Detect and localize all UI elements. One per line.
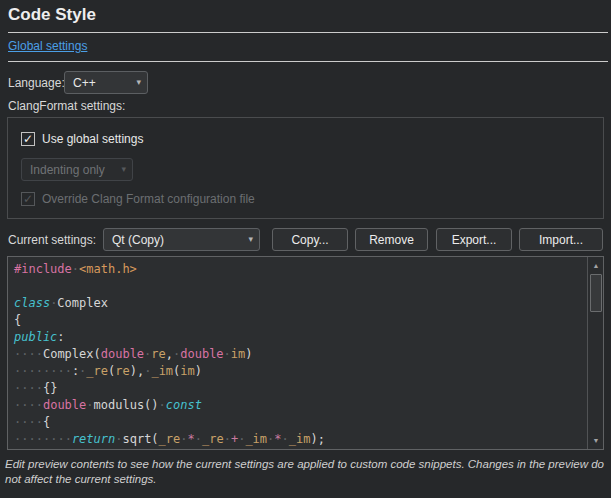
chevron-down-icon: ▾ (121, 165, 126, 174)
code-token: ) (245, 347, 252, 361)
code-token: _im (289, 432, 311, 446)
whitespace-dot: · (36, 415, 43, 429)
whitespace-dot: · (36, 432, 43, 446)
code-token: public (14, 330, 57, 344)
code-line: public: (14, 329, 585, 346)
whitespace-dot: · (57, 432, 64, 446)
override-config-label: Override Clang Format configuration file (42, 192, 255, 206)
code-token: , (166, 347, 173, 361)
chevron-down-icon: ▾ (248, 235, 253, 244)
code-token: const (166, 398, 202, 412)
whitespace-dot: · (57, 364, 64, 378)
code-line: ····Complex(double·re,·double·im) (14, 346, 585, 363)
code-line: ····double·modulus()·const (14, 397, 585, 414)
clangformat-mode-value: Indenting only (30, 163, 105, 177)
whitespace-dot: · (28, 398, 35, 412)
language-label: Language: (8, 76, 65, 90)
use-global-settings-checkbox[interactable]: ✓ (21, 132, 35, 146)
code-token: ); (310, 432, 324, 446)
page-title: Code Style (8, 5, 96, 25)
checkmark-icon: ✓ (23, 193, 33, 205)
code-line: ····{} (14, 380, 585, 397)
editor-vertical-scrollbar[interactable]: ▲ ▼ (587, 257, 603, 449)
code-line: { (14, 312, 585, 329)
code-token: class (14, 296, 50, 310)
code-preview-editor[interactable]: #include·<math.h> class·Complex{public:·… (7, 256, 604, 450)
code-token: { (14, 313, 21, 327)
code-token: im (231, 347, 245, 361)
whitespace-dot: · (28, 347, 35, 361)
language-select[interactable]: C++ ▾ (64, 71, 148, 94)
code-token: double (180, 347, 223, 361)
whitespace-dot: · (36, 398, 43, 412)
clangformat-mode-select: Indenting only ▾ (21, 158, 133, 181)
import-button[interactable]: Import... (519, 228, 603, 251)
checkmark-icon: ✓ (23, 133, 33, 145)
code-line: ········:·_re(re),·_im(im) (14, 363, 585, 380)
use-global-settings-checkbox-row[interactable]: ✓ Use global settings (21, 132, 143, 146)
whitespace-dot: · (28, 415, 35, 429)
export-button[interactable]: Export... (436, 228, 512, 251)
code-token: { (43, 415, 50, 429)
whitespace-dot: · (282, 432, 289, 446)
code-token: return (72, 432, 115, 446)
whitespace-dot: · (36, 381, 43, 395)
whitespace-dot: · (72, 262, 79, 276)
current-settings-value: Qt (Copy) (112, 233, 164, 247)
code-token: ), (130, 364, 144, 378)
whitespace-dot: · (28, 432, 35, 446)
whitespace-dot: · (28, 364, 35, 378)
whitespace-dot: · (65, 432, 72, 446)
whitespace-dot: · (195, 432, 202, 446)
scroll-down-icon[interactable]: ▼ (589, 433, 603, 448)
code-token: _re (86, 364, 108, 378)
code-token: * (188, 432, 195, 446)
whitespace-dot: · (159, 398, 166, 412)
current-settings-select[interactable]: Qt (Copy) ▾ (103, 228, 260, 251)
code-token: #include (14, 262, 72, 276)
whitespace-dot: · (224, 347, 231, 361)
code-line (14, 278, 585, 295)
remove-button[interactable]: Remove (355, 228, 428, 251)
code-token: Complex( (43, 347, 101, 361)
code-token: ) (195, 364, 202, 378)
code-token: sqrt( (122, 432, 158, 446)
code-line: #include·<math.h> (14, 261, 585, 278)
whitespace-dot: · (65, 364, 72, 378)
clangformat-group-label: ClangFormat settings: (8, 99, 125, 113)
code-token: : (57, 330, 64, 344)
whitespace-dot: · (36, 364, 43, 378)
override-config-checkbox-row: ✓ Override Clang Format configuration fi… (21, 192, 255, 206)
whitespace-dot: · (224, 432, 231, 446)
link-separator (8, 61, 608, 62)
code-line: ········return·sqrt(_re·*·_re·+·_im·*·_i… (14, 431, 585, 448)
current-settings-label: Current settings: (8, 233, 96, 247)
code-token: re (115, 364, 129, 378)
title-separator (8, 32, 608, 33)
footnote-text: Edit preview contents to see how the cur… (5, 457, 605, 487)
code-token: <math.h> (79, 262, 137, 276)
code-area[interactable]: #include·<math.h> class·Complex{public:·… (14, 261, 585, 449)
code-line: ····{ (14, 414, 585, 431)
code-token: re (151, 347, 165, 361)
language-select-value: C++ (73, 76, 96, 90)
code-token: double (43, 398, 86, 412)
code-token: modulus() (94, 398, 159, 412)
use-global-settings-label: Use global settings (42, 132, 143, 146)
override-config-checkbox: ✓ (21, 192, 35, 206)
code-token: im (180, 364, 194, 378)
copy-button[interactable]: Copy... (272, 228, 348, 251)
code-token: _re (159, 432, 181, 446)
code-token: _im (151, 364, 173, 378)
code-token: Complex (57, 296, 108, 310)
code-token: _im (245, 432, 267, 446)
clangformat-groupbox: ✓ Use global settings Indenting only ▾ ✓… (7, 117, 604, 219)
scrollbar-thumb[interactable] (590, 274, 602, 312)
code-token: _re (202, 432, 224, 446)
whitespace-dot: · (36, 347, 43, 361)
code-style-settings-page: Code Style Global settings Language: C++… (0, 0, 611, 498)
global-settings-link[interactable]: Global settings (8, 39, 87, 53)
code-token: * (274, 432, 281, 446)
code-token: double (101, 347, 144, 361)
scroll-up-icon[interactable]: ▲ (589, 258, 603, 273)
